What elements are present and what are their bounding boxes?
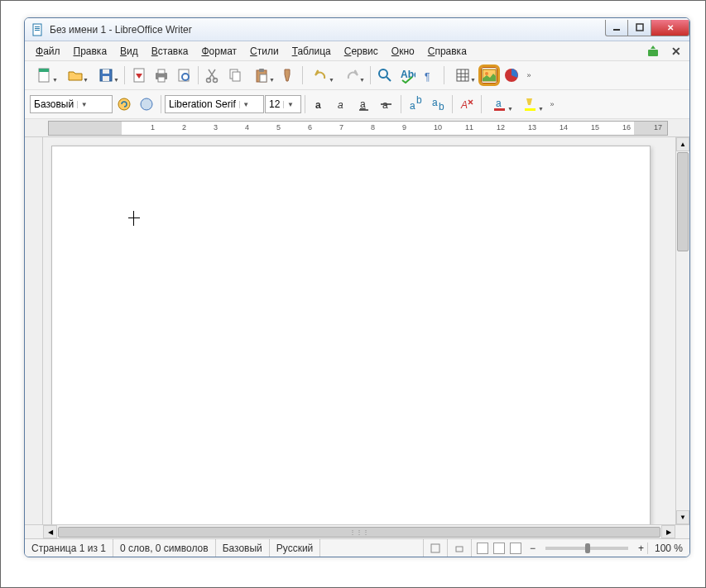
spellcheck-button[interactable]: Abc [396,65,418,86]
svg-point-38 [141,98,152,110]
app-window: Без имени 1 - LibreOffice Writer ✕ Файл … [24,17,690,557]
svg-rect-2 [35,28,40,29]
book-view-icon[interactable] [510,543,521,554]
strikethrough-button[interactable]: a [376,93,397,115]
menu-table[interactable]: Таблица [286,43,337,60]
toolbar-overflow-button[interactable]: » [523,65,535,86]
status-style[interactable]: Базовый [216,539,270,557]
zoom-out-button[interactable]: − [526,543,539,554]
menu-styles[interactable]: Стили [244,43,285,60]
italic-button[interactable]: a [331,93,353,115]
menu-view[interactable]: Вид [114,43,144,60]
update-style-button[interactable] [113,93,135,115]
svg-text:a: a [432,97,438,108]
svg-rect-11 [103,76,109,81]
svg-text:b: b [439,101,444,112]
menu-file[interactable]: Файл [30,43,66,60]
svg-rect-29 [457,69,468,81]
document-icon [31,23,45,36]
undo-button[interactable]: ▼ [306,65,336,86]
status-language[interactable]: Русский [270,539,321,557]
minimize-button[interactable] [605,20,628,36]
bold-button[interactable]: a [309,93,330,115]
svg-text:a: a [338,99,343,111]
formatting-marks-button[interactable]: ¶ [419,65,440,86]
svg-text:¶: ¶ [425,71,430,83]
save-button[interactable]: ▼ [91,65,121,86]
insert-chart-button[interactable] [501,65,522,86]
close-document-button[interactable]: ✕ [668,45,684,58]
subscript-button[interactable]: ab [427,93,449,115]
text-cursor [128,218,140,218]
menu-window[interactable]: Окно [386,43,420,60]
svg-rect-54 [525,108,536,111]
menu-tools[interactable]: Сервис [339,43,384,60]
standard-toolbar: ▼ ▼ ▼ ▼ ▼ ▼ Abc ¶ ▼ » [25,61,689,90]
single-page-icon[interactable] [477,543,488,554]
svg-rect-5 [636,24,643,31]
svg-point-19 [214,79,218,83]
clear-formatting-button[interactable]: A [456,93,478,115]
status-page[interactable]: Страница 1 из 1 [25,539,113,557]
insert-image-button[interactable] [478,65,500,86]
text-cursor [133,211,134,226]
zoom-slider[interactable] [545,547,628,550]
svg-text:A: A [460,99,468,111]
zoom-in-button[interactable]: + [635,543,647,554]
svg-rect-14 [158,69,165,74]
svg-rect-53 [494,108,505,111]
horizontal-ruler[interactable]: 1234567891011121314151617 [25,119,689,137]
cut-button[interactable] [202,65,223,86]
vertical-ruler[interactable] [25,137,43,524]
extension-icon[interactable] [646,45,660,58]
menu-edit[interactable]: Правка [68,43,113,60]
new-button[interactable]: ▼ [30,65,60,86]
horizontal-scrollbar[interactable]: ◀ ⋮⋮⋮ ▶ [25,524,689,538]
superscript-button[interactable]: ab [405,93,426,115]
toolbar2-overflow-button[interactable]: » [546,93,558,115]
statusbar: Страница 1 из 1 0 слов, 0 символов Базов… [25,538,689,557]
svg-point-35 [485,72,488,75]
document-area: ▲ ▼ [25,137,689,524]
paragraph-style-combo[interactable]: Базовый▼ [30,95,113,113]
format-paintbrush-button[interactable] [277,65,299,86]
new-style-button[interactable] [136,93,157,115]
highlight-color-button[interactable]: ▼ [516,93,545,115]
underline-button[interactable]: a [353,93,375,115]
svg-text:a: a [315,99,321,111]
svg-point-25 [379,69,387,78]
status-signature[interactable] [448,539,472,557]
status-insert-mode[interactable] [399,539,424,557]
font-size-combo[interactable]: 12▼ [265,95,301,113]
menu-insert[interactable]: Вставка [146,43,195,60]
svg-line-26 [387,77,391,81]
insert-table-button[interactable]: ▼ [448,65,478,86]
zoom-percent[interactable]: 100 % [647,543,689,554]
export-pdf-button[interactable] [128,65,150,86]
svg-rect-1 [35,26,40,27]
menubar: Файл Правка Вид Вставка Формат Стили Таб… [25,41,689,61]
vertical-scrollbar[interactable]: ▲ ▼ [675,137,689,524]
multi-page-icon[interactable] [493,543,505,554]
status-wordcount[interactable]: 0 слов, 0 символов [113,539,216,557]
svg-rect-24 [260,74,267,82]
open-button[interactable]: ▼ [60,65,90,86]
svg-rect-6 [648,50,658,56]
copy-button[interactable] [224,65,246,86]
font-name-combo[interactable]: Liberation Serif▼ [165,95,264,113]
menu-format[interactable]: Формат [195,43,243,60]
print-preview-button[interactable] [173,65,195,86]
find-button[interactable] [374,65,396,86]
window-title: Без имени 1 - LibreOffice Writer [50,24,605,36]
redo-button[interactable]: ▼ [337,65,367,86]
status-selection-mode[interactable] [424,539,448,557]
print-button[interactable] [151,65,172,86]
font-color-button[interactable]: a▼ [485,93,515,115]
close-button[interactable]: ✕ [651,20,689,36]
maximize-button[interactable] [628,20,651,36]
svg-text:a: a [410,100,415,112]
menu-help[interactable]: Справка [422,43,473,60]
document-page[interactable] [51,146,651,524]
paste-button[interactable]: ▼ [247,65,276,86]
view-layout-buttons[interactable] [472,543,526,554]
